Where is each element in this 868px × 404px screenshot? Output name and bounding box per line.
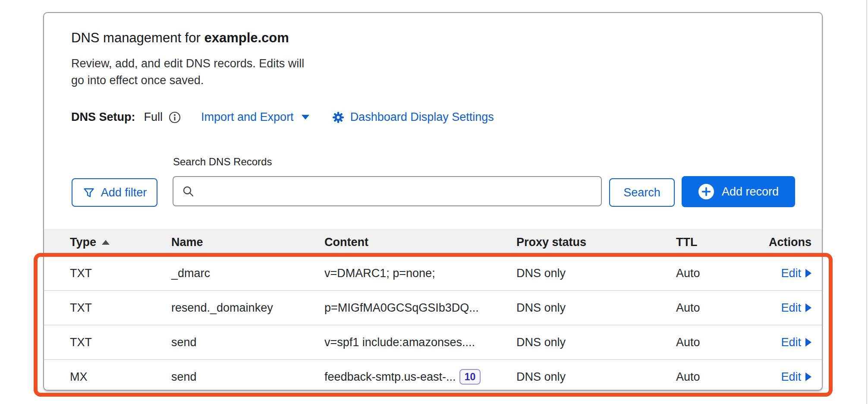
- column-header-type-label: Type: [70, 236, 96, 249]
- column-header-name[interactable]: Name: [171, 236, 324, 249]
- cell-name: send: [171, 336, 324, 349]
- column-header-content[interactable]: Content: [324, 236, 516, 249]
- import-export-label: Import and Export: [201, 110, 294, 124]
- dashboard-display-settings-label: Dashboard Display Settings: [350, 110, 494, 124]
- sort-asc-icon: [102, 240, 110, 245]
- edit-record-link[interactable]: Edit: [781, 301, 811, 315]
- dashboard-display-settings-link[interactable]: Dashboard Display Settings: [332, 110, 494, 124]
- cell-ttl: Auto: [676, 267, 754, 280]
- info-icon[interactable]: [168, 111, 181, 124]
- table-row: TXT resend._domainkey p=MIGfMA0GCSqGSIb3…: [44, 290, 822, 325]
- page-title-prefix: DNS management for: [71, 30, 204, 45]
- search-input[interactable]: [201, 184, 594, 199]
- cell-content: p=MIGfMA0GCSqGSIb3DQ...: [324, 301, 516, 315]
- edit-record-link[interactable]: Edit: [781, 267, 811, 280]
- chevron-right-icon: [805, 269, 811, 278]
- page-title: DNS management for example.com: [71, 30, 289, 46]
- search-box[interactable]: [173, 176, 602, 206]
- column-header-type[interactable]: Type: [70, 236, 171, 249]
- dns-setup-row: DNS Setup: Full Import and Export: [71, 110, 494, 124]
- gear-icon: [332, 111, 345, 124]
- edit-label: Edit: [781, 267, 801, 280]
- chevron-right-icon: [805, 303, 811, 312]
- search-icon: [182, 185, 195, 198]
- add-record-label: Add record: [722, 185, 779, 199]
- cell-type: TXT: [70, 301, 171, 315]
- page-description: Review, add, and edit DNS records. Edits…: [71, 55, 304, 89]
- mx-priority-badge: 10: [459, 369, 481, 385]
- cell-type: TXT: [70, 336, 171, 349]
- cell-type: TXT: [70, 267, 171, 280]
- edit-record-link[interactable]: Edit: [781, 370, 811, 384]
- dns-setup-label: DNS Setup:: [71, 110, 135, 124]
- edit-label: Edit: [781, 301, 801, 315]
- page-description-line2: go into effect once saved.: [71, 72, 304, 89]
- cell-proxy-status: DNS only: [516, 301, 676, 315]
- chevron-down-icon: [302, 115, 309, 120]
- table-row: MX send feedback-smtp.us-east-...10 DNS …: [44, 359, 822, 391]
- add-filter-label: Add filter: [101, 186, 147, 199]
- add-filter-button[interactable]: Add filter: [72, 178, 157, 207]
- table-header-row: Type Name Content Proxy status TTL Actio…: [44, 229, 822, 256]
- cell-content: v=spf1 include:amazonses....: [324, 336, 516, 349]
- cell-ttl: Auto: [676, 301, 754, 315]
- edit-label: Edit: [781, 336, 801, 349]
- cell-proxy-status: DNS only: [516, 336, 676, 349]
- import-export-link[interactable]: Import and Export: [201, 110, 309, 124]
- search-button-label: Search: [623, 186, 660, 199]
- add-record-button[interactable]: Add record: [682, 176, 795, 207]
- cell-proxy-status: DNS only: [516, 267, 676, 280]
- plus-icon: [698, 183, 714, 200]
- chevron-right-icon: [805, 372, 811, 381]
- cell-name: _dmarc: [171, 267, 324, 280]
- cell-type: MX: [70, 370, 171, 384]
- cell-content: feedback-smtp.us-east-...10: [324, 369, 516, 385]
- column-header-proxy-status[interactable]: Proxy status: [516, 236, 676, 249]
- search-label: Search DNS Records: [173, 156, 272, 168]
- cell-name: resend._domainkey: [171, 301, 324, 315]
- page-description-line1: Review, add, and edit DNS records. Edits…: [71, 55, 304, 72]
- column-header-ttl[interactable]: TTL: [676, 236, 754, 249]
- search-button[interactable]: Search: [609, 178, 675, 207]
- cell-ttl: Auto: [676, 336, 754, 349]
- edit-record-link[interactable]: Edit: [781, 336, 811, 349]
- window-edge-divider: [866, 0, 867, 404]
- table-row: TXT _dmarc v=DMARC1; p=none; DNS only Au…: [44, 256, 822, 290]
- cell-ttl: Auto: [676, 370, 754, 384]
- cell-proxy-status: DNS only: [516, 370, 676, 384]
- dns-setup-value: Full: [144, 110, 163, 124]
- edit-label: Edit: [781, 370, 801, 384]
- domain-name: example.com: [204, 30, 289, 45]
- cell-content: v=DMARC1; p=none;: [324, 267, 516, 280]
- dns-records-table: Type Name Content Proxy status TTL Actio…: [44, 229, 822, 390]
- filter-icon: [82, 186, 95, 199]
- chevron-right-icon: [805, 338, 811, 347]
- dns-management-card: DNS management for example.com Review, a…: [43, 12, 823, 391]
- table-row: TXT send v=spf1 include:amazonses.... DN…: [44, 325, 822, 359]
- column-header-actions: Actions: [769, 236, 811, 249]
- cell-name: send: [171, 370, 324, 384]
